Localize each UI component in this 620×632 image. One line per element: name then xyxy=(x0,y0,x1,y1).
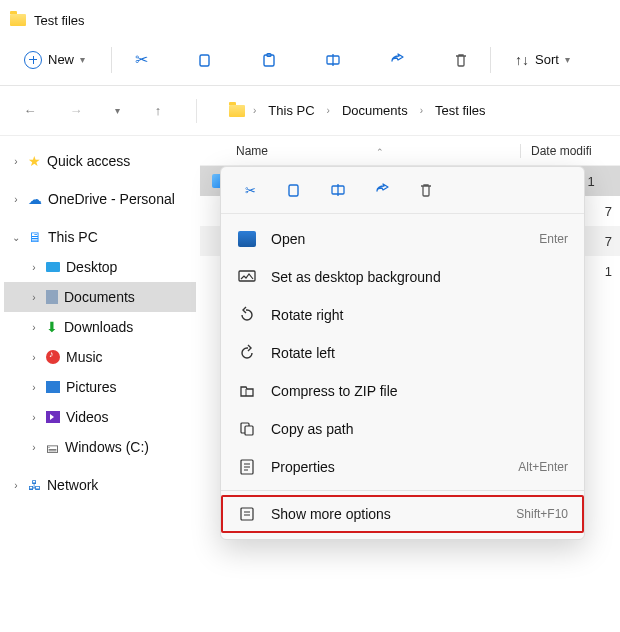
expander-collapse-icon[interactable]: ⌄ xyxy=(10,232,22,243)
breadcrumb-test-files[interactable]: Test files xyxy=(431,101,490,120)
chevron-down-icon: ▾ xyxy=(565,54,570,65)
expander-icon[interactable]: › xyxy=(10,480,22,491)
cloud-icon: ☁ xyxy=(28,191,42,207)
expander-icon[interactable]: › xyxy=(28,382,40,393)
context-compress-zip[interactable]: Compress to ZIP file xyxy=(221,372,584,410)
up-button[interactable]: ↑ xyxy=(146,99,170,123)
tree-label: Network xyxy=(47,477,98,493)
column-headers: Name ⌃ Date modifi xyxy=(200,136,620,166)
copy-icon[interactable] xyxy=(283,179,305,201)
context-copy-as-path[interactable]: Copy as path xyxy=(221,410,584,448)
cut-icon[interactable]: ✂ xyxy=(239,179,261,201)
context-item-label: Rotate left xyxy=(271,345,568,361)
separator xyxy=(196,99,197,123)
tree-documents[interactable]: › Documents xyxy=(4,282,196,312)
context-rotate-left[interactable]: Rotate left xyxy=(221,334,584,372)
expander-icon[interactable]: › xyxy=(28,412,40,423)
zip-icon xyxy=(237,381,257,401)
tree-label: Windows (C:) xyxy=(65,439,149,455)
star-icon: ★ xyxy=(28,153,41,169)
tree-label: Quick access xyxy=(47,153,130,169)
svg-rect-5 xyxy=(289,185,298,196)
context-menu: ✂ Open Enter Set as desktop background xyxy=(220,166,585,540)
sort-button[interactable]: ↑↓ Sort ▾ xyxy=(507,48,578,72)
svg-rect-11 xyxy=(245,426,253,435)
document-icon xyxy=(46,290,58,304)
tree-network[interactable]: › 🖧 Network xyxy=(4,470,196,500)
expander-icon[interactable]: › xyxy=(28,262,40,273)
context-item-label: Properties xyxy=(271,459,504,475)
tree-music[interactable]: › Music xyxy=(4,342,196,372)
delete-icon[interactable] xyxy=(448,47,474,73)
share-icon[interactable] xyxy=(371,179,393,201)
column-header-date[interactable]: Date modifi xyxy=(520,144,592,158)
tree-videos[interactable]: › Videos xyxy=(4,402,196,432)
tree-downloads[interactable]: › ⬇ Downloads xyxy=(4,312,196,342)
tree-desktop[interactable]: › Desktop xyxy=(4,252,196,282)
tree-label: Videos xyxy=(66,409,109,425)
history-chevron-icon[interactable]: ▾ xyxy=(110,99,124,123)
chevron-right-icon: › xyxy=(327,105,330,116)
sort-arrows-icon: ↑↓ xyxy=(515,52,529,68)
drive-icon: 🖴 xyxy=(46,440,59,455)
tree-label: Downloads xyxy=(64,319,133,335)
tree-onedrive[interactable]: › ☁ OneDrive - Personal xyxy=(4,184,196,214)
file-list: Name ⌃ Date modifi photo.jpg 6/18/2022 1… xyxy=(200,136,620,632)
context-set-desktop-background[interactable]: Set as desktop background xyxy=(221,258,584,296)
copy-path-icon xyxy=(237,419,257,439)
folder-icon xyxy=(10,14,26,26)
new-button[interactable]: New ▾ xyxy=(14,45,95,75)
tree-label: This PC xyxy=(48,229,98,245)
context-item-label: Open xyxy=(271,231,525,247)
share-icon[interactable] xyxy=(384,47,410,73)
svg-rect-16 xyxy=(241,508,253,520)
sort-button-label: Sort xyxy=(535,52,559,67)
context-open[interactable]: Open Enter xyxy=(221,220,584,258)
context-item-label: Set as desktop background xyxy=(271,269,568,285)
file-date-fragment: 7 xyxy=(605,234,612,249)
chevron-right-icon: › xyxy=(253,105,256,116)
breadcrumb-documents[interactable]: Documents xyxy=(338,101,412,120)
cut-icon[interactable]: ✂ xyxy=(128,47,154,73)
context-item-label: Rotate right xyxy=(271,307,568,323)
paste-icon[interactable] xyxy=(256,47,282,73)
separator xyxy=(490,47,491,73)
tree-pictures[interactable]: › Pictures xyxy=(4,372,196,402)
context-menu-iconbar: ✂ xyxy=(221,167,584,214)
rotate-left-icon xyxy=(237,343,257,363)
tree-quick-access[interactable]: › ★ Quick access xyxy=(4,146,196,176)
chevron-down-icon: ▾ xyxy=(80,54,85,65)
separator xyxy=(111,47,112,73)
context-item-label: Show more options xyxy=(271,506,502,522)
expander-icon[interactable]: › xyxy=(28,292,40,303)
navigation-tree: › ★ Quick access › ☁ OneDrive - Personal… xyxy=(0,136,200,632)
forward-button[interactable]: → xyxy=(64,99,88,123)
videos-icon xyxy=(46,411,60,423)
context-rotate-right[interactable]: Rotate right xyxy=(221,296,584,334)
tree-label: Music xyxy=(66,349,103,365)
tree-this-pc[interactable]: ⌄ 🖥 This PC xyxy=(4,222,196,252)
navigation-bar: ← → ▾ ↑ › This PC › Documents › Test fil… xyxy=(0,86,620,136)
context-item-shortcut: Shift+F10 xyxy=(516,507,568,521)
expander-icon[interactable]: › xyxy=(10,194,22,205)
picture-icon xyxy=(237,229,257,249)
desktop-icon xyxy=(46,262,60,272)
rename-icon[interactable] xyxy=(320,47,346,73)
rename-icon[interactable] xyxy=(327,179,349,201)
context-properties[interactable]: Properties Alt+Enter xyxy=(221,448,584,486)
column-header-name[interactable]: Name ⌃ xyxy=(200,144,520,158)
breadcrumb-this-pc[interactable]: This PC xyxy=(264,101,318,120)
expander-icon[interactable]: › xyxy=(28,322,40,333)
expander-icon[interactable]: › xyxy=(28,442,40,453)
expander-icon[interactable]: › xyxy=(28,352,40,363)
tree-c-drive[interactable]: › 🖴 Windows (C:) xyxy=(4,432,196,462)
tree-label: Documents xyxy=(64,289,135,305)
context-show-more-options[interactable]: Show more options Shift+F10 xyxy=(221,495,584,533)
back-button[interactable]: ← xyxy=(18,99,42,123)
desktop-background-icon xyxy=(237,267,257,287)
delete-icon[interactable] xyxy=(415,179,437,201)
context-item-label: Compress to ZIP file xyxy=(271,383,568,399)
expander-icon[interactable]: › xyxy=(10,156,22,167)
tree-label: OneDrive - Personal xyxy=(48,191,175,207)
copy-icon[interactable] xyxy=(192,47,218,73)
